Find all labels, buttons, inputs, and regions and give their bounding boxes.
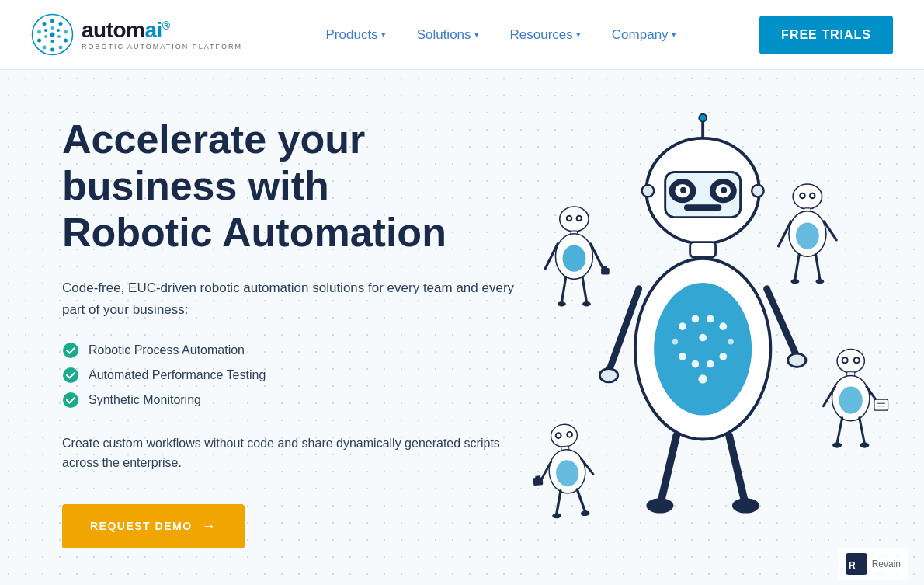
svg-point-25 [578,217,581,220]
svg-point-76 [801,194,804,197]
company-chevron-icon: ▾ [672,30,676,40]
svg-point-77 [811,194,814,197]
svg-rect-101 [874,399,888,410]
check-monitoring-icon [62,392,79,409]
svg-point-58 [699,334,707,342]
logo[interactable]: automai® ROBOTIC AUTOMATION PLATFORM [31,13,242,56]
solutions-chevron-icon: ▾ [474,30,479,40]
nav-products[interactable]: Products ▾ [314,21,398,49]
svg-point-84 [816,279,825,284]
logo-brand: automai® [82,19,242,41]
svg-point-64 [698,374,707,384]
svg-point-52 [654,283,752,416]
svg-line-81 [795,255,799,280]
svg-point-83 [791,279,800,284]
robot-illustration [489,85,924,575]
feature-synthetic-monitoring: Synthetic Monitoring [62,392,528,409]
svg-point-21 [560,207,589,232]
svg-point-9 [37,30,41,34]
svg-point-12 [57,29,60,32]
svg-point-104 [550,423,578,448]
svg-point-44 [721,187,727,193]
svg-rect-45 [684,204,721,211]
svg-rect-50 [690,242,716,257]
svg-point-16 [44,29,47,32]
svg-point-47 [699,114,707,122]
hero-description: Create custom workflows without code and… [62,434,528,473]
svg-line-70 [729,436,744,500]
svg-point-43 [680,187,686,193]
hero-subtitle: Code-free, EUC-driven robotic automation… [62,277,528,319]
svg-point-53 [679,322,686,330]
feature-list: Robotic Process Automation Automated Per… [62,342,528,409]
svg-point-66 [599,368,617,381]
svg-point-11 [51,26,54,30]
svg-point-94 [839,386,863,413]
revain-badge: R Revain [838,548,908,580]
svg-point-118 [552,513,561,519]
svg-point-91 [855,358,859,362]
svg-line-95 [837,418,842,444]
svg-point-72 [732,498,759,513]
svg-point-80 [796,223,819,249]
svg-point-20 [63,392,78,408]
hero-title: Accelerate your business with Robotic Au… [62,117,528,256]
svg-rect-113 [535,475,540,479]
svg-point-97 [832,443,842,448]
svg-point-13 [57,35,61,38]
hero-content: Accelerate your business with Robotic Au… [62,117,528,548]
check-perf-icon [62,367,79,384]
svg-line-69 [662,436,676,500]
svg-point-18 [63,343,78,358]
svg-point-98 [860,443,869,448]
hero-robot-image [489,85,924,575]
svg-point-71 [646,498,673,513]
svg-point-48 [642,185,655,197]
logo-text: automai® ROBOTIC AUTOMATION PLATFORM [82,19,242,50]
svg-rect-35 [601,268,610,275]
svg-point-3 [64,30,68,34]
svg-line-82 [816,255,820,280]
svg-point-54 [692,315,700,323]
svg-point-32 [582,301,591,306]
resources-chevron-icon: ▾ [576,30,581,40]
nav-resources[interactable]: Resources ▾ [498,21,593,49]
revain-label: Revain [872,559,901,569]
svg-point-24 [568,217,571,220]
svg-line-30 [582,277,586,302]
svg-point-17 [50,33,55,37]
revain-icon: R [846,553,867,575]
svg-point-7 [43,46,47,50]
svg-line-29 [561,277,565,302]
svg-line-117 [577,489,585,512]
nav-solutions[interactable]: Solutions ▾ [405,21,492,49]
svg-point-8 [37,39,41,43]
svg-point-14 [51,40,54,43]
svg-point-68 [788,353,806,367]
free-trials-button[interactable]: FREE TRIALS [759,16,893,54]
svg-rect-36 [603,266,607,269]
svg-point-4 [64,39,68,43]
demo-arrow-icon: → [202,518,217,535]
svg-point-5 [59,46,63,50]
request-demo-button[interactable]: REQUEST DEMO → [62,504,245,548]
svg-point-31 [558,301,566,306]
svg-point-1 [50,19,54,23]
svg-point-6 [50,48,54,52]
svg-line-116 [554,491,562,514]
main-nav: Products ▾ Solutions ▾ Resources ▾ Compa… [314,21,689,49]
header: automai® ROBOTIC AUTOMATION PLATFORM Pro… [0,0,924,70]
svg-point-62 [707,360,714,368]
nav-company[interactable]: Company ▾ [599,21,689,49]
logo-icon [31,13,74,56]
svg-point-87 [837,350,864,373]
svg-point-90 [843,358,847,362]
svg-point-28 [562,245,585,272]
logo-subtitle: ROBOTIC AUTOMATION PLATFORM [82,43,242,50]
svg-point-2 [59,22,63,26]
feature-perf-testing: Automated Performance Testing [62,367,528,384]
svg-point-57 [672,339,678,345]
svg-point-60 [679,353,686,360]
svg-point-56 [719,322,727,330]
svg-point-10 [43,22,47,26]
